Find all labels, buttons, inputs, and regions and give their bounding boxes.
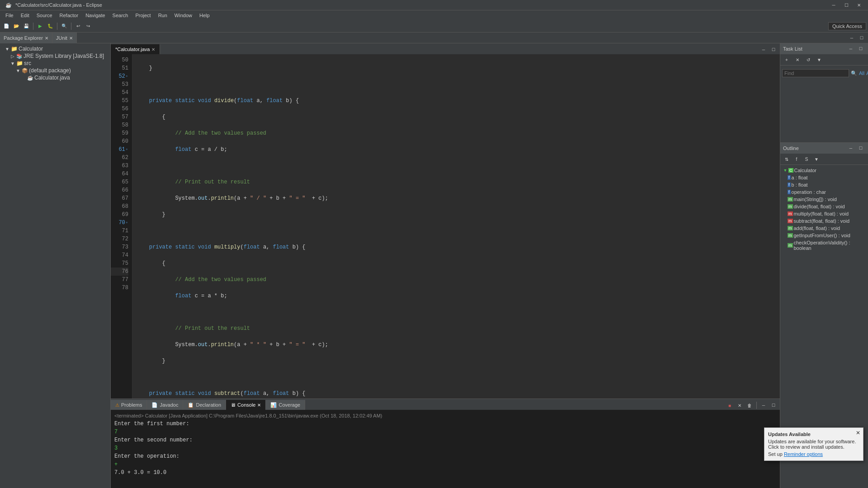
search-button[interactable]: 🔍 (60, 22, 69, 31)
ol-static-button[interactable]: S (802, 155, 811, 164)
ol-item-subtract[interactable]: m subtract(float, float) : void (780, 217, 868, 225)
coverage-icon: 📊 (270, 402, 277, 408)
pe-minimize-button[interactable]: ─ (847, 33, 856, 42)
tl-refresh-button[interactable]: ↺ (804, 55, 813, 64)
editor-tab-calculator[interactable]: *Calculator.java ✕ (111, 44, 160, 54)
new-button[interactable]: 📄 (2, 22, 11, 31)
search-icon[interactable]: 🔍 (851, 70, 857, 76)
menu-item-edit[interactable]: Edit (17, 12, 33, 19)
console-maximize-button[interactable]: ☐ (769, 401, 778, 410)
open-button[interactable]: 📂 (12, 22, 21, 31)
menu-item-source[interactable]: Source (33, 12, 56, 19)
junit-tab[interactable]: JUnit ✕ (52, 33, 77, 43)
menu-item-search[interactable]: Search (109, 12, 132, 19)
code-line-55: float c = a / b; (136, 145, 776, 154)
ol-item-calculator[interactable]: ▼ C Calculator (780, 167, 868, 174)
redo-button[interactable]: ↪ (84, 22, 93, 31)
tree-item-calculator[interactable]: ▼ 📁 Calculator (0, 45, 110, 52)
junit-tab-close[interactable]: ✕ (69, 36, 73, 41)
menu-item-refactor[interactable]: Refactor (56, 12, 82, 19)
tab-problems[interactable]: ⚠ Problems (111, 400, 147, 410)
menu-item-file[interactable]: File (2, 12, 17, 19)
line-num-64: 64 (111, 170, 128, 178)
ol-item-divide[interactable]: m divide(float, float) : void (780, 203, 868, 210)
code-content[interactable]: } private static void divide(float a, fl… (132, 54, 780, 399)
tab-declaration[interactable]: 📋 Declaration (183, 400, 226, 410)
tl-new-button[interactable]: + (782, 55, 791, 64)
tab-coverage-label: Coverage (278, 402, 300, 408)
java-icon: ☕ (27, 75, 33, 81)
stop-button[interactable]: ■ (725, 401, 734, 410)
tree-item-src[interactable]: ▼ 📁 src (0, 60, 110, 67)
tab-console[interactable]: 🖥 Console ✕ (226, 400, 266, 410)
activate-label[interactable]: Activate... (866, 70, 868, 76)
console-clear-button[interactable]: 🗑 (745, 401, 754, 410)
ol-item-a[interactable]: f a : float (780, 174, 868, 181)
line-num-60: 60 (111, 137, 128, 145)
code-editor[interactable]: 50 51 52◦ 53 54 55 56 57 58 59 60 61◦ 62… (111, 54, 780, 399)
tl-filter-button[interactable]: ▼ (815, 55, 824, 64)
editor-maximize-button[interactable]: ☐ (769, 45, 778, 54)
code-line-58: System.out.println(a + " / " + b + " = "… (136, 194, 776, 202)
tl-delete-button[interactable]: ✕ (793, 55, 802, 64)
menu-item-window[interactable]: Window (171, 12, 196, 19)
menu-item-project[interactable]: Project (132, 12, 154, 19)
ol-fields-button[interactable]: f (792, 155, 801, 164)
quick-access-button[interactable]: Quick Access (828, 22, 866, 30)
tree-item-jre[interactable]: ▷ 📚 JRE System Library [JavaSE-1.8] (0, 52, 110, 60)
console-controls: ■ ✕ 🗑 ─ ☐ (723, 401, 780, 410)
ol-item-checkop[interactable]: m checkOperationValidity() : boolean (780, 239, 868, 252)
tab-javadoc[interactable]: 📄 Javadoc (147, 400, 183, 410)
menu-item-run[interactable]: Run (155, 12, 171, 19)
reminder-link[interactable]: Reminder options (784, 451, 823, 457)
undo-button[interactable]: ↩ (74, 22, 83, 31)
ol-item-main[interactable]: m main(String[]) : void (780, 196, 868, 203)
console-line-5: Enter the operation: (114, 452, 776, 460)
editor-tab-close[interactable]: ✕ (151, 47, 155, 52)
remove-launch-button[interactable]: ✕ (735, 401, 744, 410)
ol-item-operation[interactable]: f operation : char (780, 188, 868, 196)
ol-sort-button[interactable]: ⇅ (782, 155, 791, 164)
menu-item-help[interactable]: Help (196, 12, 213, 19)
ol-filter-button[interactable]: ▼ (812, 155, 821, 164)
tl-minimize-button[interactable]: ─ (846, 44, 855, 53)
menu-item-navigate[interactable]: Navigate (82, 12, 108, 19)
minimize-button[interactable]: ─ (830, 1, 837, 9)
ol-item-add[interactable]: m add(float, float) : void (780, 225, 868, 232)
tree-label-jre: JRE System Library [JavaSE-1.8] (23, 53, 110, 59)
reminder-prefix: Set up (768, 451, 783, 457)
run-button[interactable]: ▶ (36, 22, 45, 31)
debug-button[interactable]: 🐛 (46, 22, 55, 31)
expand-icon: ▼ (4, 47, 11, 52)
app-icon: ☕ (5, 2, 12, 8)
package-explorer-tab[interactable]: Package Explorer ✕ (0, 33, 52, 43)
tree-item-calculator-java[interactable]: ☕ Calculator.java (0, 74, 110, 81)
ol-method-badge-getinput: m (788, 233, 793, 238)
close-button[interactable]: ✕ (855, 1, 863, 9)
maximize-button[interactable]: ☐ (843, 1, 850, 9)
ol-label-getinput: getInputFromUser() : void (794, 233, 850, 238)
outline-title: Outline (783, 145, 799, 151)
ol-label-checkop: checkOperationValidity() : boolean (794, 240, 867, 251)
task-list-search-input[interactable] (782, 69, 849, 77)
ol-maximize-button[interactable]: ☐ (856, 144, 865, 153)
editor-minimize-button[interactable]: ─ (759, 45, 768, 54)
all-label[interactable]: All (859, 70, 864, 76)
updates-popup-close[interactable]: ✕ (856, 430, 860, 436)
main-area: ▼ 📁 Calculator ▷ 📚 JRE System Library [J… (0, 43, 868, 488)
pe-tab-close[interactable]: ✕ (45, 36, 48, 41)
pe-maximize-button[interactable]: ☐ (857, 33, 866, 42)
save-button[interactable]: 💾 (22, 22, 31, 31)
line-num-74: 74 (111, 251, 128, 259)
console-minimize-button[interactable]: ─ (759, 401, 768, 410)
ol-item-getinput[interactable]: m getInputFromUser() : void (780, 232, 868, 239)
ol-item-b[interactable]: f b : float (780, 181, 868, 188)
ol-method-badge-divide: m (788, 204, 793, 209)
tab-coverage[interactable]: 📊 Coverage (266, 400, 305, 410)
tl-maximize-button[interactable]: ☐ (856, 44, 865, 53)
line-num-59: 59 (111, 129, 128, 137)
tree-item-default-package[interactable]: ▼ 📦 (default package) (0, 67, 110, 74)
ol-minimize-button[interactable]: ─ (846, 144, 855, 153)
ol-item-multiply[interactable]: m multiply(float, float) : void (780, 210, 868, 217)
console-tab-close[interactable]: ✕ (257, 403, 261, 408)
